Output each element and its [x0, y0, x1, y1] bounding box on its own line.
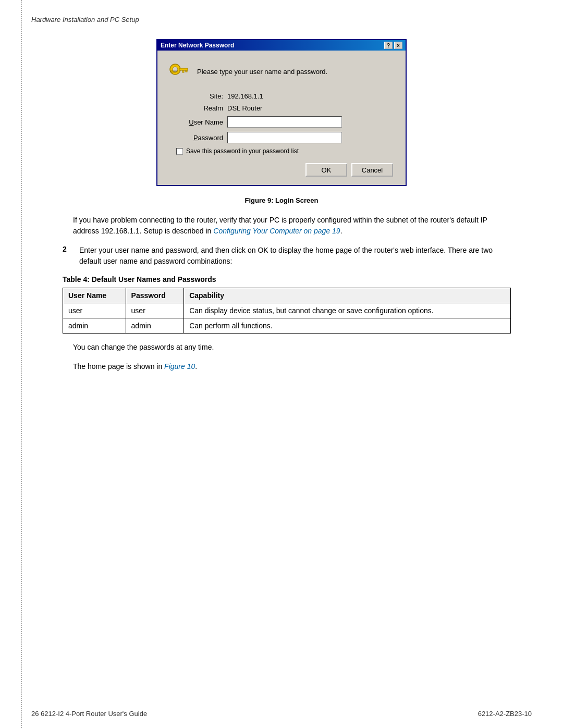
svg-point-5 — [170, 70, 178, 73]
key-icon — [166, 59, 191, 84]
username-field-row: User Name — [176, 116, 397, 128]
dialog-top-row: Please type your user name and password. — [166, 59, 397, 84]
password-input[interactable] — [227, 132, 342, 143]
close-button[interactable]: × — [394, 42, 402, 49]
table-header-row: User Name Password Capability — [63, 288, 511, 303]
titlebar-buttons: ? × — [384, 42, 402, 49]
figure10-link[interactable]: Figure 10 — [164, 362, 195, 371]
password-label: Password — [176, 134, 223, 142]
default-passwords-table: User Name Password Capability user user … — [63, 288, 511, 334]
item-text-2: Enter your user name and password, and t… — [79, 245, 511, 267]
realm-value: DSL Router — [227, 104, 262, 112]
site-label: Site: — [176, 92, 223, 100]
cell-capability-1: Can perform all functions. — [184, 318, 511, 334]
bottom-text-2: The home page is shown in Figure 10. — [73, 361, 511, 372]
page-header: Hardware Installation and PC Setup — [31, 16, 532, 23]
numbered-item-2: 2 Enter your user name and password, and… — [63, 245, 511, 267]
cell-password-1: admin — [126, 318, 184, 334]
item-number-2: 2 — [63, 245, 73, 267]
cell-capability-0: Can display device status, but cannot ch… — [184, 303, 511, 318]
col-header-username: User Name — [63, 288, 126, 303]
configuring-link[interactable]: Configuring Your Computer on page 19 — [213, 227, 340, 235]
body-paragraph: If you have problem connecting to the ro… — [73, 215, 511, 237]
bottom-text-1: You can change the passwords at any time… — [73, 342, 511, 353]
table-row: admin admin Can perform all functions. — [63, 318, 511, 334]
network-password-dialog: Enter Network Password ? × — [156, 39, 407, 186]
dialog-prompt-text: Please type your user name and password. — [197, 68, 327, 76]
site-field-row: Site: 192.168.1.1 — [176, 92, 397, 100]
username-label: User Name — [176, 118, 223, 126]
cell-password-0: user — [126, 303, 184, 318]
bottom-text-2-prefix: The home page is shown in — [73, 362, 164, 371]
col-header-capability: Capability — [184, 288, 511, 303]
site-value: 192.168.1.1 — [227, 92, 263, 100]
left-border-decoration — [21, 0, 22, 728]
cancel-button[interactable]: Cancel — [351, 163, 393, 177]
dialog-screenshot-container: Enter Network Password ? × — [31, 39, 532, 186]
save-password-checkbox[interactable] — [176, 148, 183, 155]
realm-label: Realm — [176, 104, 223, 112]
realm-field-row: Realm DSL Router — [176, 104, 397, 112]
dialog-title: Enter Network Password — [161, 42, 234, 49]
save-password-label: Save this password in your password list — [186, 147, 299, 155]
dialog-fields: Site: 192.168.1.1 Realm DSL Router User … — [176, 92, 397, 143]
save-password-row: Save this password in your password list — [176, 147, 397, 155]
cell-username-1: admin — [63, 318, 126, 334]
dialog-titlebar: Enter Network Password ? × — [157, 40, 406, 51]
username-input[interactable] — [227, 116, 342, 128]
svg-rect-3 — [182, 70, 184, 72]
password-field-row: Password — [176, 132, 397, 143]
svg-rect-4 — [186, 70, 187, 72]
help-button[interactable]: ? — [384, 42, 393, 49]
svg-rect-2 — [179, 68, 188, 70]
footer-left: 26 6212-I2 4-Port Router User's Guide — [31, 710, 147, 718]
dialog-buttons: OK Cancel — [166, 163, 397, 177]
ok-button[interactable]: OK — [305, 163, 347, 177]
table-caption: Table 4: Default User Names and Password… — [63, 275, 532, 283]
figure-caption: Figure 9: Login Screen — [31, 196, 532, 204]
table-row: user user Can display device status, but… — [63, 303, 511, 318]
col-header-password: Password — [126, 288, 184, 303]
dialog-body: Please type your user name and password.… — [157, 51, 406, 185]
footer-right: 6212-A2-ZB23-10 — [478, 710, 532, 718]
page-footer: 26 6212-I2 4-Port Router User's Guide 62… — [31, 710, 532, 718]
cell-username-0: user — [63, 303, 126, 318]
